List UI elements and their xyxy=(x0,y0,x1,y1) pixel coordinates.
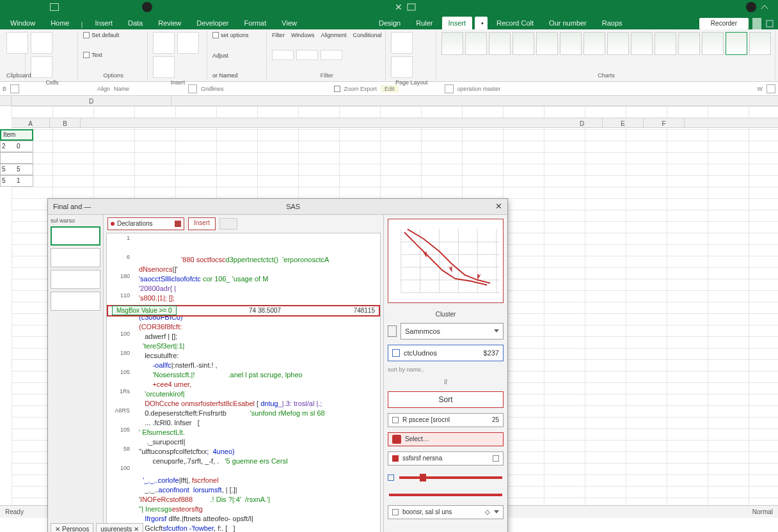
chart-style-11[interactable] xyxy=(678,32,700,55)
window-controls-icon[interactable] xyxy=(765,18,774,29)
chart-style-4[interactable] xyxy=(512,32,534,55)
chart-style-10[interactable] xyxy=(655,32,676,55)
cell-header-item[interactable]: Item xyxy=(0,129,33,141)
format-cells-button[interactable] xyxy=(153,56,175,78)
chart-style-3[interactable] xyxy=(489,32,511,55)
chart-style-1[interactable] xyxy=(441,32,463,55)
chk-setopt[interactable] xyxy=(212,32,219,38)
col-A[interactable]: A xyxy=(12,118,50,129)
sb-btn-3[interactable] xyxy=(445,84,454,93)
hdr-filter[interactable]: Filter xyxy=(272,32,285,38)
hdr-align[interactable]: Alignment xyxy=(321,32,346,38)
font-button-2[interactable] xyxy=(31,56,52,78)
tab-window[interactable]: Window xyxy=(4,17,42,29)
opt-check-2[interactable] xyxy=(83,52,90,58)
tab-ruler[interactable]: Ruler xyxy=(409,17,439,29)
cell-r2[interactable]: 20 xyxy=(0,141,33,152)
tab-design[interactable]: Design xyxy=(372,17,407,29)
sb-name[interactable]: Name xyxy=(114,86,129,92)
bottom-tab-1[interactable]: ✕Persnoos xyxy=(51,523,93,532)
nav-thumb-3[interactable] xyxy=(51,270,100,289)
recorder-button[interactable]: Recorder xyxy=(699,18,749,29)
chart-style-5[interactable] xyxy=(536,32,558,55)
object-combo[interactable]: Declarations xyxy=(107,217,184,230)
sb-btn-4[interactable] xyxy=(766,84,775,93)
opt3-check[interactable] xyxy=(493,455,499,462)
freeze-button[interactable] xyxy=(391,32,413,54)
col-E[interactable]: E xyxy=(603,118,644,129)
select-all-triangle[interactable] xyxy=(0,96,12,106)
mini-btn-2[interactable] xyxy=(296,50,318,60)
close-icon[interactable]: ✕ xyxy=(395,2,402,12)
col-D-wide[interactable]: D xyxy=(12,96,171,106)
slider-thumb[interactable] xyxy=(420,474,426,481)
ribbon-collapse-icon[interactable] xyxy=(760,3,769,12)
option-row-4[interactable]: boonsr, sal sl uns ◇ xyxy=(388,505,504,519)
bottom-tab-2[interactable]: usurenests✕ xyxy=(96,523,143,532)
col-last[interactable] xyxy=(766,118,778,129)
sb-btn-1[interactable] xyxy=(10,84,19,93)
tab-developer[interactable]: Developer xyxy=(190,17,235,29)
chart-style-13[interactable] xyxy=(726,32,747,55)
tab-our-number[interactable]: Our number xyxy=(543,17,593,29)
series-dropdown[interactable]: Samnmcos xyxy=(401,323,504,340)
tab-home[interactable]: Home xyxy=(44,17,75,29)
cell-r3[interactable] xyxy=(0,152,33,164)
col-B[interactable]: B xyxy=(50,118,81,129)
value-box[interactable]: ctcUudnos $237 xyxy=(388,345,504,361)
chart-style-12[interactable] xyxy=(702,32,724,55)
col-D2[interactable]: D xyxy=(562,118,603,129)
sort-button[interactable]: Sort xyxy=(388,391,504,408)
account-avatar[interactable] xyxy=(142,2,152,12)
editor-titlebar[interactable]: Final and — SAS ✕ xyxy=(48,199,507,215)
chart-style-7[interactable] xyxy=(584,32,605,55)
font-button-1[interactable] xyxy=(31,32,52,54)
maximize-icon[interactable] xyxy=(406,3,417,12)
recorder-dropdown-icon[interactable] xyxy=(752,18,761,29)
code-area[interactable]: 161801101051001801051RsA8RS10558100 '880… xyxy=(106,233,381,532)
tab-view[interactable]: View xyxy=(275,17,303,29)
sb-grid[interactable]: Gridlines xyxy=(201,86,224,92)
insert-cells-button[interactable] xyxy=(153,32,175,54)
chevron-down-icon[interactable] xyxy=(494,510,499,513)
nav-thumb-4[interactable] xyxy=(51,292,100,311)
sb-edit[interactable]: Edit xyxy=(381,85,399,93)
chart-preview[interactable] xyxy=(388,219,504,303)
editor-close-icon[interactable]: ✕ xyxy=(495,201,502,211)
tab-review[interactable]: Review xyxy=(152,17,187,29)
tab-data[interactable]: Data xyxy=(122,17,149,29)
cell-r4[interactable]: 55 xyxy=(0,164,33,175)
sb-align[interactable]: Align xyxy=(97,86,110,92)
sb-btn-2[interactable] xyxy=(188,84,197,93)
tab-insert-active[interactable]: Insert xyxy=(442,17,473,29)
chart-style-2[interactable] xyxy=(465,32,487,55)
paste-button[interactable] xyxy=(6,32,28,54)
chart-style-9[interactable] xyxy=(631,32,653,55)
chart-style-14[interactable] xyxy=(749,32,771,55)
mini-btn-3[interactable] xyxy=(321,50,342,60)
highlight-row[interactable]: MsgBox Value >= 0 74 38.5007 748115 xyxy=(107,305,380,317)
tab-insert-1[interactable]: Insert xyxy=(88,17,119,29)
cell-r5[interactable]: 51 xyxy=(0,175,33,187)
mini-btn-1[interactable] xyxy=(272,50,294,60)
account-avatar-2[interactable] xyxy=(746,2,756,12)
tab-raops[interactable]: Raops xyxy=(596,17,629,29)
status-normal[interactable]: Normal xyxy=(752,508,773,515)
option-row-2[interactable]: Select… xyxy=(388,432,504,446)
chart-style-6[interactable] xyxy=(560,32,582,55)
sb-zoom[interactable]: Zoom Export xyxy=(344,86,377,92)
opt-text[interactable]: Text xyxy=(91,52,102,58)
delete-cells-button[interactable] xyxy=(177,32,199,54)
tab-format[interactable]: Format xyxy=(237,17,273,29)
opt-check-1[interactable] xyxy=(83,32,90,38)
col-F[interactable]: F xyxy=(644,118,685,129)
nav-thumb-2[interactable] xyxy=(51,248,100,267)
arrange-button[interactable] xyxy=(391,56,413,78)
option-row-3[interactable]: ssfsrsf nersna xyxy=(388,451,504,465)
slider-track[interactable] xyxy=(399,476,502,479)
system-menu-icon[interactable] xyxy=(50,3,59,11)
tab-record-colt[interactable]: Record Colt xyxy=(490,17,540,29)
option-row-1[interactable]: R pscece [srocnl 25 xyxy=(388,413,504,427)
hdr-windows[interactable]: Windows xyxy=(291,32,315,38)
insert-proc-button[interactable]: Insert xyxy=(188,217,216,230)
